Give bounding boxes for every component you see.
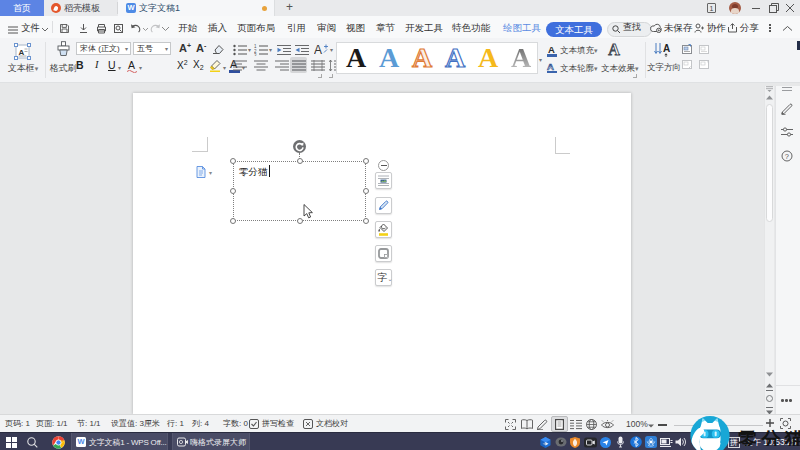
svg-text:?: ?: [785, 152, 789, 161]
svg-text:A: A: [547, 61, 554, 72]
svg-text:A: A: [314, 43, 322, 56]
svg-text:A: A: [19, 48, 25, 57]
svg-text:A: A: [663, 43, 670, 54]
svg-text:3: 3: [254, 53, 257, 56]
